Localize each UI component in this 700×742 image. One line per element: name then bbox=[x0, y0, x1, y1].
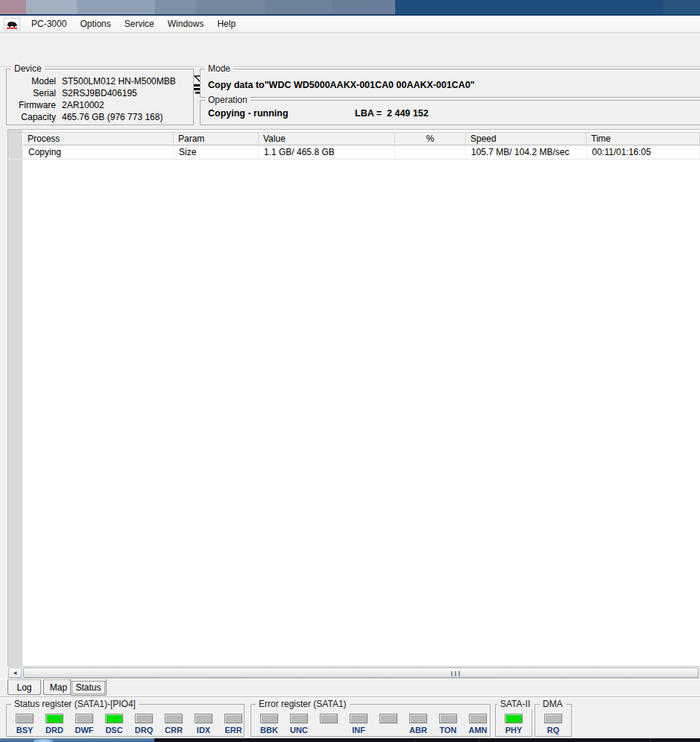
grid-row-selector-cell[interactable] bbox=[8, 146, 23, 160]
led-label: BBK bbox=[260, 726, 278, 735]
toolbar: SATA1 0110 i 100 % bbox=[0, 33, 700, 67]
led-dwf: DWF bbox=[69, 714, 99, 735]
device-field-capacity: Capacity 465.76 GB (976 773 168) bbox=[7, 111, 193, 123]
tab-log[interactable]: Log bbox=[7, 679, 41, 695]
led-drq: DRQ bbox=[129, 714, 159, 735]
grid-header-percent: % bbox=[395, 133, 466, 146]
led-label: AMN bbox=[468, 726, 487, 735]
status-register-title: Status register (SATA1)-[PIO4] bbox=[11, 699, 139, 709]
grid-header-process: Process bbox=[23, 133, 174, 146]
cell-percent bbox=[395, 146, 466, 160]
menu-item-options[interactable]: Options bbox=[73, 16, 117, 31]
led-drd: DRD bbox=[40, 714, 69, 735]
led-label: CRR bbox=[165, 726, 183, 735]
led-blank-2 bbox=[373, 714, 403, 726]
lba-label: LBA = bbox=[355, 108, 382, 119]
statusbar-divider bbox=[0, 697, 700, 698]
horizontal-scrollbar[interactable]: ◄ bbox=[7, 666, 700, 679]
strip-block bbox=[196, 0, 265, 16]
scrollbar-thumb[interactable] bbox=[23, 667, 699, 678]
device-groupbox-title: Device bbox=[11, 63, 45, 74]
led-indicator bbox=[505, 714, 523, 723]
led-indicator bbox=[260, 714, 278, 723]
led-unc: UNC bbox=[284, 714, 314, 735]
led-indicator bbox=[544, 714, 562, 723]
mode-groupbox: Mode Copy data to"WDC WD5000AAKX-001CA0 … bbox=[200, 69, 700, 98]
led-amn: AMN bbox=[463, 714, 493, 735]
taskbar-blue-segment bbox=[0, 738, 154, 742]
strip-block bbox=[332, 0, 395, 16]
tab-map[interactable]: Map bbox=[43, 679, 74, 695]
led-indicator bbox=[45, 714, 63, 723]
sata2-groupbox: SATA-II PHY bbox=[495, 704, 532, 737]
start-orb-icon[interactable] bbox=[30, 739, 57, 742]
menu-item-help[interactable]: Help bbox=[210, 16, 242, 31]
led-idx: IDX bbox=[189, 714, 218, 735]
menu-item-service[interactable]: Service bbox=[118, 16, 161, 31]
led-rq: RQ bbox=[538, 714, 568, 735]
led-err: ERR bbox=[218, 714, 248, 735]
led-label: DRQ bbox=[135, 726, 153, 735]
pc3000-car-icon[interactable] bbox=[4, 18, 20, 31]
device-model-value: ST500LM012 HN-M500MBB bbox=[62, 75, 176, 87]
device-capacity-label: Capacity bbox=[7, 111, 56, 123]
taskbar-separator bbox=[414, 738, 415, 742]
grid-row-copying[interactable]: Copying Size 1.1 GB/ 465.8 GB 105.7 MB/ … bbox=[8, 146, 700, 160]
led-label: DWF bbox=[75, 726, 93, 735]
device-capacity-value: 465.76 GB (976 773 168) bbox=[62, 111, 163, 123]
grid-header-value: Value bbox=[259, 133, 395, 146]
device-serial-value: S2RSJ9BD406195 bbox=[62, 87, 137, 99]
tab-status[interactable]: Status bbox=[70, 679, 107, 696]
grid-header-param: Param bbox=[174, 133, 259, 146]
pc3000-window: PC-3000 Options Service Windows Help SAT… bbox=[0, 0, 700, 742]
sata2-title: SATA-II bbox=[497, 699, 533, 709]
scrollbar-left-arrow[interactable]: ◄ bbox=[8, 667, 22, 678]
grid-row-selector-column bbox=[8, 130, 23, 666]
tab-map-label: Map bbox=[50, 682, 67, 693]
device-firmware-label: Firmware bbox=[7, 99, 56, 111]
led-indicator bbox=[195, 714, 212, 723]
error-register-title: Error register (SATA1) bbox=[256, 699, 350, 709]
led-inf: INF bbox=[344, 714, 373, 735]
menu-bar: PC-3000 Options Service Windows Help bbox=[0, 16, 700, 33]
device-fields: Model ST500LM012 HN-M500MBB Serial S2RSJ… bbox=[7, 75, 193, 123]
lba-value: 2 449 152 bbox=[387, 108, 429, 119]
taskbar-sliver bbox=[0, 738, 700, 742]
led-blank-1 bbox=[314, 714, 344, 726]
led-label: RQ bbox=[547, 726, 560, 735]
grid-header-time: Time bbox=[587, 133, 700, 146]
register-status-bar: Status register (SATA1)-[PIO4] BSY DRD D… bbox=[0, 699, 700, 738]
operation-status-text: Copying - running bbox=[208, 108, 288, 119]
menu-item-windows[interactable]: Windows bbox=[161, 16, 211, 31]
led-indicator bbox=[320, 714, 338, 723]
led-ton: TON bbox=[433, 714, 463, 735]
led-label: ABR bbox=[409, 726, 427, 735]
taskbar-separator bbox=[479, 738, 479, 742]
menu-item-pc3000[interactable]: PC-3000 bbox=[25, 16, 73, 31]
device-field-serial: Serial S2RSJ9BD406195 bbox=[7, 87, 193, 99]
led-label: BSY bbox=[16, 726, 34, 735]
strip-block bbox=[77, 0, 155, 16]
led-indicator bbox=[16, 714, 34, 723]
device-groupbox: Device Model ST500LM012 HN-M500MBB Seria… bbox=[6, 69, 194, 125]
pc3000-car-icon-glyph bbox=[6, 19, 18, 29]
tab-status-label: Status bbox=[72, 682, 104, 694]
led-indicator bbox=[350, 714, 368, 723]
status-register-groupbox: Status register (SATA1)-[PIO4] BSY DRD D… bbox=[6, 704, 245, 737]
led-indicator bbox=[409, 714, 427, 723]
led-label: DSC bbox=[105, 726, 122, 735]
led-indicator bbox=[75, 714, 93, 723]
led-label: PHY bbox=[505, 726, 523, 735]
grid-header-speed: Speed bbox=[466, 133, 587, 146]
device-field-model: Model ST500LM012 HN-M500MBB bbox=[7, 75, 193, 87]
led-label: INF bbox=[352, 726, 365, 735]
mode-groupbox-title: Mode bbox=[205, 63, 233, 74]
led-bsy: BSY bbox=[10, 714, 40, 735]
led-label: IDX bbox=[197, 726, 210, 735]
strip-block bbox=[155, 0, 196, 16]
led-label: DRD bbox=[45, 726, 63, 735]
device-model-label: Model bbox=[7, 75, 56, 87]
grid-header-row: Process Param Value % Speed Time bbox=[8, 132, 700, 145]
led-abr: ABR bbox=[403, 714, 433, 735]
background-window-strip bbox=[0, 0, 700, 16]
